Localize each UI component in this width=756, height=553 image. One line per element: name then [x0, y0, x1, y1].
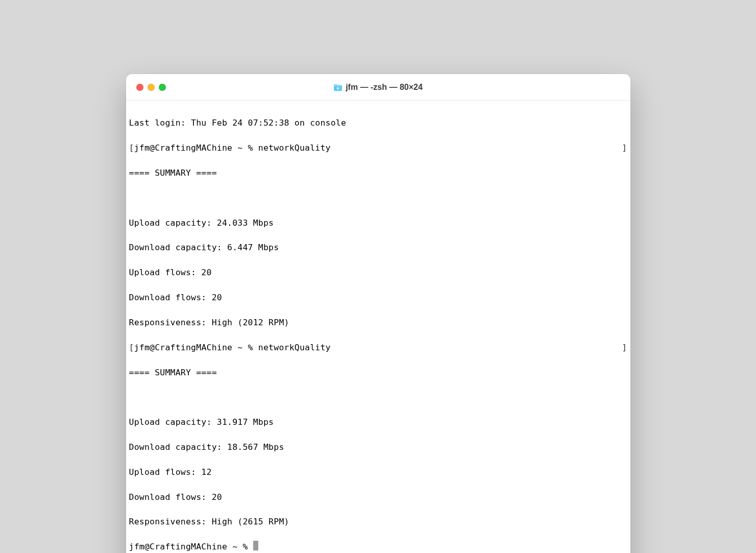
terminal-body[interactable]: Last login: Thu Feb 24 07:52:38 on conso…	[126, 101, 630, 553]
responsiveness-1: Responsiveness: High (2012 RPM)	[129, 317, 627, 329]
upload-capacity-2: Upload capacity: 31.917 Mbps	[129, 416, 627, 428]
prompt-line-2: [jfm@CraftingMAChine ~ % networkQuality]	[129, 342, 627, 354]
prompt-line-1: [jfm@CraftingMAChine ~ % networkQuality]	[129, 142, 627, 154]
folder-icon	[333, 83, 343, 91]
upload-flows-2: Upload flows: 12	[129, 466, 627, 478]
maximize-button[interactable]	[159, 84, 166, 91]
summary-header-2: ==== SUMMARY ====	[129, 367, 627, 379]
bracket-close: ]	[622, 142, 627, 154]
download-capacity-1: Download capacity: 6.447 Mbps	[129, 242, 627, 254]
responsiveness-2: Responsiveness: High (2615 RPM)	[129, 516, 627, 528]
traffic-lights	[136, 84, 166, 91]
final-prompt: jfm@CraftingMAChine ~ %	[129, 541, 253, 553]
blank-line	[129, 391, 627, 403]
svg-point-0	[337, 87, 339, 89]
title-center: jfm — -zsh — 80×24	[126, 83, 630, 92]
download-flows-2: Download flows: 20	[129, 491, 627, 503]
last-login-line: Last login: Thu Feb 24 07:52:38 on conso…	[129, 117, 627, 129]
terminal-window: jfm — -zsh — 80×24 Last login: Thu Feb 2…	[126, 74, 630, 553]
prompt-command: jfm@CraftingMAChine ~ % networkQuality	[134, 343, 331, 352]
bracket-open: [	[129, 343, 134, 352]
titlebar[interactable]: jfm — -zsh — 80×24	[126, 74, 630, 101]
prompt-command: jfm@CraftingMAChine ~ % networkQuality	[134, 143, 331, 153]
upload-flows-1: Upload flows: 20	[129, 267, 627, 279]
close-button[interactable]	[136, 84, 143, 91]
bracket-close: ]	[622, 342, 627, 354]
minimize-button[interactable]	[148, 84, 155, 91]
blank-line	[129, 192, 627, 204]
bracket-open: [	[129, 143, 134, 153]
upload-capacity-1: Upload capacity: 24.033 Mbps	[129, 217, 627, 229]
final-prompt-line[interactable]: jfm@CraftingMAChine ~ %	[129, 541, 627, 553]
download-flows-1: Download flows: 20	[129, 292, 627, 304]
cursor	[253, 541, 258, 550]
window-title: jfm — -zsh — 80×24	[346, 83, 423, 92]
download-capacity-2: Download capacity: 18.567 Mbps	[129, 441, 627, 453]
summary-header-1: ==== SUMMARY ====	[129, 167, 627, 179]
